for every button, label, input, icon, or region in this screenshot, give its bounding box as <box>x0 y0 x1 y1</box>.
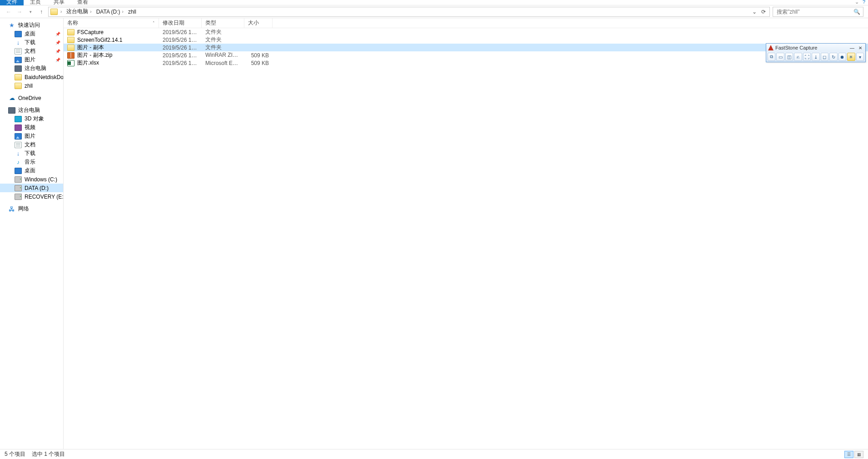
nav-back-button[interactable]: ← <box>5 8 13 16</box>
tree-pc-item[interactable]: 文档 <box>0 140 63 149</box>
nav-recent-button[interactable]: ▾ <box>26 8 35 16</box>
tree-this-pc[interactable]: 这台电脑 <box>0 106 63 115</box>
address-box[interactable]: › 这台电脑› DATA (D:)› zhll ⌄ ⟳ <box>48 7 770 17</box>
chevron-right-icon: › <box>122 9 124 14</box>
minimize-button[interactable]: — <box>849 45 855 50</box>
view-details-button[interactable]: ☰ <box>844 451 853 458</box>
tree-label: 下载 <box>25 39 35 46</box>
folder-icon <box>67 37 74 43</box>
file-row[interactable]: ScreenToGif2.14.1 2019/5/26 13:43 文件夹 <box>64 36 868 44</box>
breadcrumb-folder[interactable]: zhll <box>126 9 138 15</box>
tree-label: 图片 <box>25 132 35 140</box>
ribbon-expand-icon[interactable]: ⌄ <box>855 0 859 5</box>
file-name: ScreenToGif2.14.1 <box>77 37 122 43</box>
capture-scroll-button[interactable]: ⤓ <box>812 53 819 61</box>
tree-quick-item[interactable]: 图片📌 <box>0 55 63 64</box>
ribbon-tab-home[interactable]: 主页 <box>24 0 47 5</box>
sort-asc-icon: ˄ <box>153 21 155 25</box>
tree-network[interactable]: 🖧 网络 <box>0 205 63 213</box>
star-icon: ★ <box>8 22 15 29</box>
tree-label: BaiduNetdiskDo <box>25 74 64 80</box>
file-type: 文件夹 <box>202 36 244 44</box>
refresh-icon[interactable]: ⟳ <box>759 9 768 15</box>
tree-label: Windows (C:) <box>25 176 57 183</box>
capture-rect-button[interactable]: ◫ <box>785 53 793 61</box>
tree-pc-item[interactable]: 图片 <box>0 132 63 140</box>
folder-icon <box>67 45 74 51</box>
xlsx-icon <box>67 60 74 66</box>
capture-window-button[interactable]: ▭ <box>776 53 784 61</box>
breadcrumb-pc[interactable]: 这台电脑› <box>64 8 93 15</box>
ribbon-tab-view[interactable]: 查看 <box>71 0 94 5</box>
status-bar: 5 个项目 选中 1 个项目 ☰ ▦ <box>0 449 868 459</box>
capture-repeat-button[interactable]: ↻ <box>829 53 837 61</box>
tree-quick-item[interactable]: 这台电脑 <box>0 64 63 73</box>
tree-pc-item[interactable]: Windows (C:) <box>0 175 63 184</box>
tree-onedrive[interactable]: ☁ OneDrive <box>0 94 63 102</box>
tree-pc-item[interactable]: 3D 对象 <box>0 115 63 123</box>
status-selection: 选中 1 个项目 <box>32 450 65 458</box>
search-icon[interactable]: 🔍 <box>853 9 860 15</box>
tree-pc-item[interactable]: ↓下载 <box>0 149 63 158</box>
pin-icon: 📌 <box>55 40 60 45</box>
ribbon-tab-share[interactable]: 共享 <box>47 0 71 5</box>
breadcrumb-drive[interactable]: DATA (D:)› <box>94 9 125 15</box>
tree-pc-item[interactable]: ♪音乐 <box>0 158 63 166</box>
capture-fullscreen-button[interactable]: ⛶ <box>803 53 811 61</box>
network-icon: 🖧 <box>8 206 15 212</box>
search-input[interactable] <box>776 8 853 15</box>
file-row[interactable]: FSCapture 2019/5/26 13:49 文件夹 <box>64 28 868 36</box>
tree-pc-item[interactable]: RECOVERY (E:) <box>0 192 63 201</box>
breadcrumb-root[interactable]: › <box>59 9 64 14</box>
close-button[interactable]: ✕ <box>857 45 863 50</box>
zip-icon <box>67 52 74 59</box>
file-type: 文件夹 <box>202 28 244 36</box>
file-name: 图片 - 副本.zip <box>77 51 112 59</box>
nav-up-button[interactable]: ↑ <box>37 8 45 16</box>
capture-fixed-button[interactable]: ◻ <box>821 53 828 61</box>
ribbon-tab-file[interactable]: 文件 <box>0 0 24 5</box>
faststone-toolbar[interactable]: FastStone Capture — ✕ ⧉ ▭ ◫ ⎌ ⛶ ⤓ ◻ ↻ ⏺ … <box>766 43 866 62</box>
tree-pc-item[interactable]: 桌面 <box>0 166 63 175</box>
tree-label: DATA (D:) <box>25 185 49 191</box>
nav-tree: ★ 快速访问 桌面📌↓下载📌文档📌图片📌这台电脑BaiduNetdiskDozh… <box>0 18 64 449</box>
desktop-icon <box>15 31 22 37</box>
tree-quick-item[interactable]: 桌面📌 <box>0 30 63 38</box>
tree-quick-item[interactable]: ↓下载📌 <box>0 38 63 47</box>
column-date[interactable]: 修改日期 <box>159 18 202 28</box>
pin-icon: 📌 <box>55 49 60 54</box>
capture-active-window-button[interactable]: ⧉ <box>768 53 775 61</box>
settings-button[interactable]: ▾ <box>856 53 864 61</box>
view-large-button[interactable]: ▦ <box>854 451 863 458</box>
tree-pc-item[interactable]: DATA (D:) <box>0 184 63 192</box>
nav-forward-button[interactable]: → <box>15 8 24 16</box>
status-item-count: 5 个项目 <box>5 450 25 458</box>
pin-icon: 📌 <box>55 58 60 62</box>
file-row[interactable]: 图片 - 副本 2019/5/26 13:53 文件夹 <box>64 44 868 51</box>
column-size[interactable]: 大小 <box>244 18 273 28</box>
search-box[interactable]: 🔍 <box>773 7 863 17</box>
address-dropdown-icon[interactable]: ⌄ <box>750 9 759 15</box>
file-name: 图片.xlsx <box>77 59 99 67</box>
ribbon-help-icon[interactable]: ? <box>863 0 865 5</box>
file-row[interactable]: 图片 - 副本.zip 2019/5/26 13:38 WinRAR ZIP 压… <box>64 51 868 59</box>
3d-icon <box>15 116 22 122</box>
faststone-titlebar[interactable]: FastStone Capture — ✕ <box>766 44 865 52</box>
doc-icon <box>15 48 22 55</box>
screen-recorder-button[interactable]: ⏺ <box>838 53 846 61</box>
pc-icon <box>8 107 15 114</box>
column-type[interactable]: 类型 <box>202 18 244 28</box>
pic-icon <box>15 133 22 140</box>
tree-quick-item[interactable]: BaiduNetdiskDo <box>0 73 63 81</box>
tree-pc-item[interactable]: 视频 <box>0 123 63 132</box>
output-options-button[interactable]: ☀ <box>847 53 855 61</box>
pc-icon <box>15 65 22 72</box>
column-name[interactable]: 名称 ˄ <box>64 18 159 28</box>
tree-quick-item[interactable]: zhll <box>0 81 63 90</box>
capture-freehand-button[interactable]: ⎌ <box>794 53 802 61</box>
music-icon: ♪ <box>15 159 22 165</box>
file-row[interactable]: 图片.xlsx 2019/5/26 13:38 Microsoft Excel … <box>64 59 868 67</box>
tree-quick-item[interactable]: 文档📌 <box>0 47 63 55</box>
tree-quick-access[interactable]: ★ 快速访问 <box>0 21 63 30</box>
chevron-right-icon: › <box>90 9 91 14</box>
